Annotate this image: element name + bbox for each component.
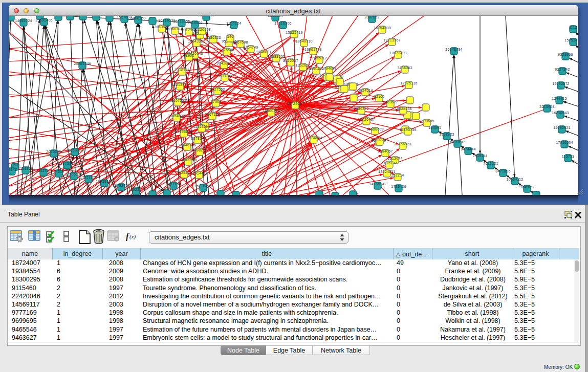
svg-text:11353594: 11353594 (193, 125, 210, 128)
svg-text:62160: 62160 (374, 95, 385, 98)
svg-text:9498222: 9498222 (192, 148, 207, 152)
svg-text:8186323: 8186323 (206, 36, 221, 39)
svg-text:19166825: 19166825 (175, 130, 192, 134)
svg-text:116753: 116753 (562, 155, 575, 158)
svg-text:7485063: 7485063 (397, 66, 412, 70)
svg-text:8813054: 8813054 (268, 16, 282, 17)
svg-text:19975887: 19975887 (58, 162, 76, 165)
svg-text:6794028: 6794028 (321, 67, 336, 70)
svg-text:13588520: 13588520 (268, 55, 285, 58)
svg-text:16543362: 16543362 (188, 39, 205, 43)
svg-text:10025438: 10025438 (395, 107, 412, 111)
svg-text:16033809: 16033809 (198, 16, 215, 17)
svg-text:1527602: 1527602 (117, 16, 132, 19)
svg-text:9084067: 9084067 (378, 149, 393, 153)
svg-text:546: 546 (227, 35, 234, 38)
svg-text:2087652: 2087652 (364, 16, 379, 19)
svg-text:12909948: 12909948 (180, 158, 197, 162)
svg-text:12093872: 12093872 (552, 82, 570, 85)
svg-text:16648784: 16648784 (445, 48, 463, 51)
svg-text:3938923: 3938923 (439, 133, 454, 136)
svg-text:9457791: 9457791 (166, 182, 181, 186)
svg-text:9463627: 9463627 (383, 100, 398, 104)
svg-text:3267130: 3267130 (205, 113, 220, 116)
svg-text:9474444: 9474444 (461, 147, 475, 151)
svg-text:16961758: 16961758 (304, 48, 322, 51)
svg-text:17957275: 17957275 (80, 176, 97, 179)
svg-text:10973493: 10973493 (389, 51, 407, 55)
svg-text:(x): (x) (129, 233, 136, 240)
svg-text:16782759: 16782759 (113, 184, 130, 187)
svg-text:15495759: 15495759 (399, 128, 417, 132)
svg-text:8471636: 8471636 (495, 169, 510, 173)
svg-text:1292344: 1292344 (128, 188, 143, 191)
svg-text:8454749: 8454749 (243, 46, 258, 49)
svg-text:1244415: 1244415 (552, 97, 567, 100)
svg-text:14055724: 14055724 (15, 19, 32, 23)
svg-text:1612074: 1612074 (387, 157, 402, 160)
svg-text:252214: 252214 (391, 173, 404, 177)
svg-text:14519: 14519 (54, 170, 64, 173)
svg-text:9227342: 9227342 (555, 68, 570, 71)
svg-text:15692921: 15692921 (553, 126, 571, 129)
svg-text:9699695: 9699695 (419, 119, 434, 123)
svg-text:2718176: 2718176 (175, 68, 189, 72)
svg-text:20691406: 20691406 (35, 18, 53, 22)
svg-text:17359924: 17359924 (66, 148, 83, 152)
svg-text:17004: 17004 (211, 100, 222, 103)
svg-text:2020655: 2020655 (46, 150, 61, 154)
svg-text:7632621: 7632621 (483, 162, 498, 165)
svg-text:19218506: 19218506 (274, 21, 292, 25)
svg-text:8322037: 8322037 (283, 59, 298, 62)
svg-text:2935114: 2935114 (473, 154, 488, 158)
svg-text:16210643: 16210643 (552, 111, 569, 115)
svg-text:13325419: 13325419 (286, 31, 303, 34)
svg-text:3624514: 3624514 (358, 89, 373, 92)
svg-text:9242848: 9242848 (216, 61, 231, 65)
svg-text:16107553: 16107553 (169, 99, 186, 102)
svg-text:2603144: 2603144 (217, 74, 232, 78)
svg-text:9329966: 9329966 (558, 53, 573, 56)
svg-text:12213967: 12213967 (383, 38, 401, 42)
svg-text:7955812: 7955812 (312, 56, 326, 60)
svg-text:1342757: 1342757 (36, 169, 51, 172)
svg-text:164095: 164095 (428, 126, 441, 129)
svg-text:13226058: 13226058 (193, 28, 211, 31)
svg-text:15046786: 15046786 (179, 143, 196, 147)
svg-text:2867608: 2867608 (233, 40, 248, 44)
svg-text:10688609: 10688609 (366, 127, 384, 131)
svg-text:9146821: 9146821 (256, 50, 271, 54)
svg-text:7625402: 7625402 (177, 171, 191, 174)
svg-text:19384554: 19384554 (305, 136, 322, 140)
svg-text:7663822: 7663822 (154, 25, 169, 29)
svg-text:17016504: 17016504 (556, 141, 573, 144)
svg-text:1112: 1112 (569, 26, 577, 29)
svg-text:3215958: 3215958 (539, 105, 554, 108)
svg-text:13524851: 13524851 (378, 170, 396, 173)
svg-text:33501: 33501 (10, 163, 20, 167)
svg-text:15716485: 15716485 (194, 184, 212, 188)
svg-text:1733426: 1733426 (391, 185, 406, 188)
svg-text:1362635: 1362635 (295, 63, 310, 67)
svg-text:8960124: 8960124 (167, 27, 182, 31)
svg-text:15300215: 15300215 (263, 109, 280, 113)
svg-text:16154808: 16154808 (374, 26, 391, 30)
svg-text:7357224: 7357224 (226, 21, 241, 25)
svg-text:587834: 587834 (191, 137, 204, 140)
svg-text:1156829: 1156829 (18, 167, 33, 170)
svg-text:1615132: 1615132 (382, 161, 397, 165)
svg-text:6466160: 6466160 (130, 16, 145, 20)
svg-text:98901: 98901 (184, 54, 194, 57)
svg-text:18724007: 18724007 (287, 102, 304, 105)
svg-text:16914479: 16914479 (190, 171, 208, 175)
svg-text:10654112: 10654112 (506, 178, 523, 181)
svg-text:9245652: 9245652 (519, 185, 534, 189)
svg-text:18640910: 18640910 (295, 39, 313, 43)
svg-text:18807249: 18807249 (371, 138, 388, 142)
svg-text:3875685: 3875685 (219, 48, 234, 52)
svg-text:15720407: 15720407 (358, 118, 375, 121)
svg-text:14136141: 14136141 (369, 182, 386, 186)
svg-text:7386372: 7386372 (354, 107, 368, 111)
svg-text:12213389: 12213389 (171, 83, 189, 86)
svg-text:12975135: 12975135 (400, 81, 418, 85)
